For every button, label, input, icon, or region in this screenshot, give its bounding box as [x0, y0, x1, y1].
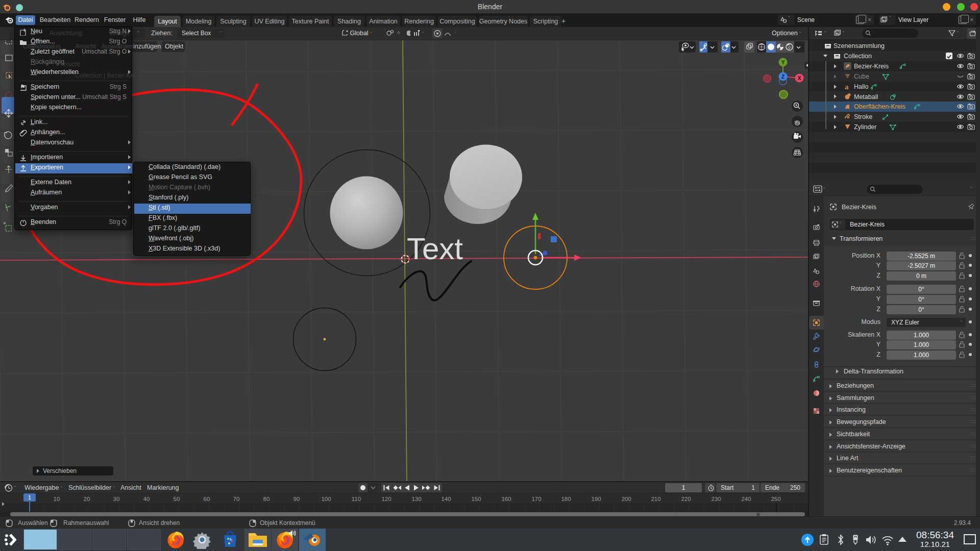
svg-text:ˇ: ˇ [14, 486, 16, 491]
svg-text:ˇ: ˇ [843, 31, 845, 37]
svg-text:ˇ: ˇ [455, 31, 456, 36]
svg-text:ˇ: ˇ [422, 31, 424, 36]
svg-text:ˇ: ˇ [824, 31, 826, 37]
svg-text:ˇ: ˇ [957, 31, 959, 37]
svg-text:ˇ: ˇ [823, 187, 825, 193]
svg-text:a: a [845, 83, 849, 90]
